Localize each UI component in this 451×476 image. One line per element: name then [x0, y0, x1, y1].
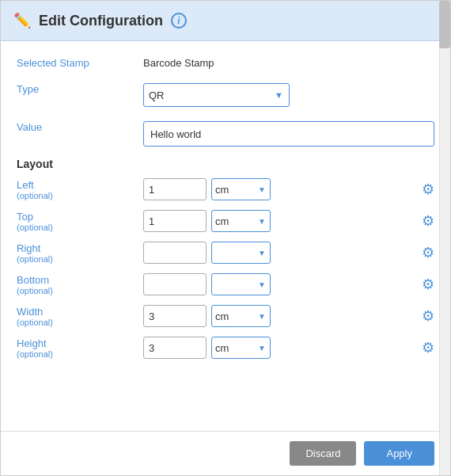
layout-right-label: Right (optional)	[17, 242, 143, 264]
type-select-container: QR Code128 Code39 EAN13	[143, 80, 434, 107]
scrollbar-thumb[interactable]	[439, 1, 450, 48]
layout-height-gear-icon[interactable]: ⚙	[422, 339, 434, 356]
value-row: Value	[17, 118, 434, 147]
layout-width-text: Width	[17, 306, 43, 318]
layout-bottom-unit-select[interactable]: cm mm in px	[211, 273, 271, 295]
layout-bottom-text: Bottom	[17, 274, 49, 286]
layout-right-unit-wrapper: cm mm in px	[211, 242, 271, 264]
selected-stamp-row: Selected Stamp Barcode Stamp	[17, 54, 434, 69]
edit-icon: ✏️	[13, 12, 31, 29]
layout-left-label: Left (optional)	[17, 179, 143, 200]
layout-width-input[interactable]	[143, 305, 207, 327]
layout-top-gear-icon[interactable]: ⚙	[422, 212, 434, 230]
type-select-wrapper: QR Code128 Code39 EAN13	[143, 83, 290, 107]
layout-width-unit-wrapper: cm mm in px	[211, 305, 271, 327]
layout-bottom-input[interactable]	[143, 273, 207, 295]
scrollbar-track[interactable]	[439, 1, 450, 475]
layout-left-input[interactable]	[143, 178, 207, 200]
layout-bottom-unit-wrapper: cm mm in px	[211, 273, 271, 295]
layout-bottom-optional: (optional)	[17, 286, 143, 295]
layout-top-inputs: cm mm in px	[143, 210, 411, 232]
value-label: Value	[17, 118, 143, 133]
layout-height-optional: (optional)	[17, 349, 143, 359]
apply-button[interactable]: Apply	[364, 441, 434, 466]
edit-configuration-dialog: ✏️ Edit Configuration i Selected Stamp B…	[0, 0, 451, 476]
layout-height-input[interactable]	[143, 337, 207, 359]
layout-width-gear-icon[interactable]: ⚙	[422, 307, 434, 325]
layout-height-text: Height	[17, 337, 47, 349]
layout-left-row: Left (optional) cm mm in px ⚙	[17, 178, 434, 200]
layout-height-unit-select[interactable]: cm mm in px	[211, 337, 271, 359]
layout-top-input[interactable]	[143, 210, 207, 232]
selected-stamp-label: Selected Stamp	[17, 54, 143, 69]
layout-top-optional: (optional)	[17, 223, 143, 232]
layout-width-inputs: cm mm in px	[143, 305, 411, 327]
layout-left-gear-icon[interactable]: ⚙	[422, 181, 434, 198]
selected-stamp-value: Barcode Stamp	[143, 54, 434, 69]
layout-bottom-inputs: cm mm in px	[143, 273, 411, 295]
layout-right-row: Right (optional) cm mm in px ⚙	[17, 242, 434, 264]
layout-top-label: Top (optional)	[17, 211, 143, 232]
layout-left-optional: (optional)	[17, 191, 143, 200]
type-row: Type QR Code128 Code39 EAN13	[17, 80, 434, 107]
layout-left-inputs: cm mm in px	[143, 178, 411, 200]
layout-bottom-gear-icon[interactable]: ⚙	[422, 276, 434, 293]
dialog-footer: Discard Apply	[1, 431, 450, 475]
layout-left-unit-wrapper: cm mm in px	[211, 178, 271, 200]
layout-width-optional: (optional)	[17, 318, 143, 327]
value-input-container	[143, 118, 434, 147]
layout-left-text: Left	[17, 179, 34, 191]
layout-top-text: Top	[17, 211, 33, 223]
type-select[interactable]: QR Code128 Code39 EAN13	[143, 83, 290, 107]
layout-bottom-row: Bottom (optional) cm mm in px ⚙	[17, 273, 434, 295]
dialog-body: Selected Stamp Barcode Stamp Type QR Cod…	[1, 41, 450, 431]
layout-top-row: Top (optional) cm mm in px ⚙	[17, 210, 434, 232]
value-input[interactable]	[143, 121, 434, 147]
discard-button[interactable]: Discard	[290, 441, 356, 466]
layout-height-label: Height (optional)	[17, 337, 143, 359]
layout-width-unit-select[interactable]: cm mm in px	[211, 305, 271, 327]
dialog-title: Edit Configuration	[39, 13, 163, 29]
layout-right-gear-icon[interactable]: ⚙	[422, 244, 434, 261]
layout-height-inputs: cm mm in px	[143, 337, 411, 359]
layout-right-inputs: cm mm in px	[143, 242, 411, 264]
layout-right-unit-select[interactable]: cm mm in px	[211, 242, 271, 264]
layout-title: Layout	[17, 158, 434, 170]
layout-bottom-label: Bottom (optional)	[17, 274, 143, 295]
layout-width-label: Width (optional)	[17, 306, 143, 327]
info-icon[interactable]: i	[171, 13, 187, 29]
layout-height-unit-wrapper: cm mm in px	[211, 337, 271, 359]
layout-right-input[interactable]	[143, 242, 207, 264]
dialog-header: ✏️ Edit Configuration i	[1, 1, 450, 41]
layout-height-row: Height (optional) cm mm in px ⚙	[17, 337, 434, 359]
layout-right-optional: (optional)	[17, 254, 143, 264]
layout-width-row: Width (optional) cm mm in px ⚙	[17, 305, 434, 327]
layout-top-unit-wrapper: cm mm in px	[211, 210, 271, 232]
type-label: Type	[17, 80, 143, 95]
layout-top-unit-select[interactable]: cm mm in px	[211, 210, 271, 232]
layout-left-unit-select[interactable]: cm mm in px	[211, 178, 271, 200]
layout-right-text: Right	[17, 242, 40, 254]
